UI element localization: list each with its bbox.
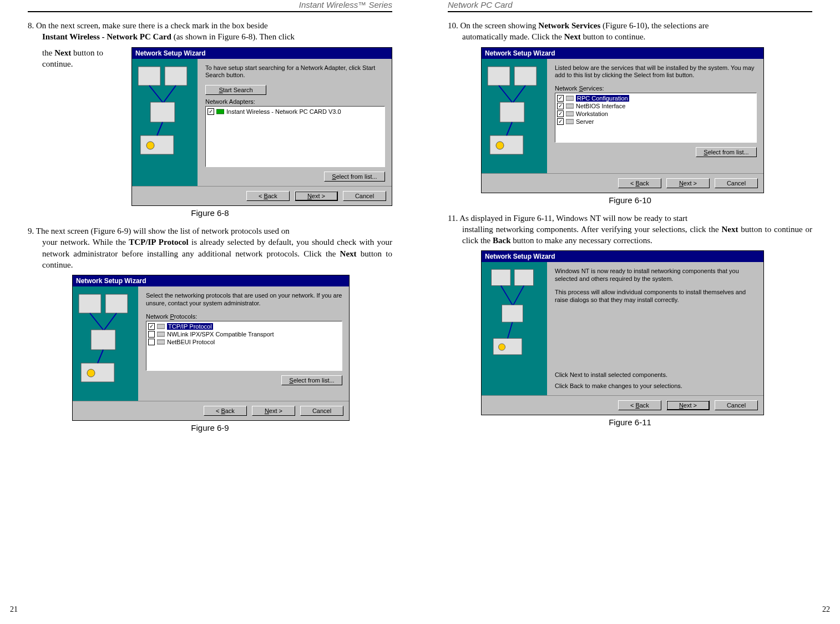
back-button-9[interactable]: < Back xyxy=(204,406,247,416)
svg-rect-26 xyxy=(493,339,522,355)
network-services-listbox[interactable]: ✓ RPC Configuration ✓ NetBIOS Interface … xyxy=(555,93,757,143)
network-adapters-label: Network Adapters: xyxy=(205,98,385,105)
dialog-side-illustration-11 xyxy=(482,262,547,395)
protocol-item-nwlink[interactable]: NWLink IPX/SPX Compatible Transport xyxy=(148,330,340,338)
step-10: 10. On the screen showing Network Servic… xyxy=(448,20,812,43)
step-10-mid: (Figure 6-10), the selections are xyxy=(600,21,709,30)
service-item-rpc[interactable]: ✓ RPC Configuration xyxy=(557,94,755,102)
protocol-label-0: TCP/IP Protocol xyxy=(167,323,213,330)
network-illustration-icon xyxy=(75,291,135,396)
network-adapters-listbox[interactable]: ✓ Instant Wireless - Network PC CARD V3.… xyxy=(205,106,385,167)
cancel-button-11[interactable]: Cancel xyxy=(715,400,758,410)
header-left: Instant Wireless™ Series xyxy=(28,0,392,12)
svg-rect-22 xyxy=(566,119,574,124)
checkbox-unchecked-icon[interactable] xyxy=(148,331,155,338)
svg-point-4 xyxy=(146,142,154,149)
svg-rect-5 xyxy=(216,109,224,114)
svg-rect-2 xyxy=(150,102,175,122)
service-icon xyxy=(566,110,574,117)
svg-point-27 xyxy=(499,344,505,350)
dialog-8-instruction: To have setup start searching for a Netw… xyxy=(205,64,385,80)
next-button-9[interactable]: Next > xyxy=(252,406,295,416)
protocol-icon xyxy=(157,331,165,338)
service-item-workstation[interactable]: ✓ Workstation xyxy=(557,110,755,118)
back-button-10[interactable]: < Back xyxy=(618,178,661,188)
svg-rect-9 xyxy=(81,363,114,382)
figure-6-8-caption: Figure 6-8 xyxy=(28,208,392,218)
step-11-number: 11. xyxy=(448,214,459,223)
adapter-list-item[interactable]: ✓ Instant Wireless - Network PC CARD V3.… xyxy=(208,108,383,115)
dialog-side-illustration-8 xyxy=(132,59,198,187)
step-8-side-b: Next xyxy=(54,48,71,57)
select-from-list-button-8[interactable]: Select from list... xyxy=(324,172,385,182)
cancel-button-9[interactable]: Cancel xyxy=(300,406,343,416)
protocol-icon xyxy=(157,339,165,345)
svg-rect-21 xyxy=(566,112,574,116)
adapter-icon xyxy=(216,108,224,115)
dialog-fig-6-10: Network Setup Wizard Listed below are th… xyxy=(481,47,764,193)
step-11-b: Next xyxy=(722,225,738,234)
svg-rect-20 xyxy=(566,104,574,108)
checkbox-checked-icon[interactable]: ✓ xyxy=(208,108,214,115)
svg-rect-11 xyxy=(157,324,165,329)
protocol-item-netbeui[interactable]: NetBEUI Protocol xyxy=(148,338,340,346)
svg-rect-24 xyxy=(514,269,534,285)
step-9-first: The next screen (Figure 6-9) will show t… xyxy=(36,227,290,235)
back-button-11[interactable]: < Back xyxy=(618,400,661,410)
dialog-11-text3: Click Next to install selected component… xyxy=(555,371,757,379)
service-icon xyxy=(566,95,574,102)
svg-point-10 xyxy=(87,369,95,377)
dialog-11-text4: Click Back to make changes to your selec… xyxy=(555,383,757,390)
service-item-server[interactable]: ✓ Server xyxy=(557,118,755,125)
back-button-8[interactable]: < Back xyxy=(246,191,290,201)
dialog-side-illustration-10 xyxy=(482,59,547,173)
service-icon xyxy=(566,103,574,109)
svg-rect-7 xyxy=(105,294,128,313)
service-label-2: Workstation xyxy=(576,110,608,117)
svg-rect-12 xyxy=(157,332,165,336)
protocol-item-tcpip[interactable]: ✓ TCP/IP Protocol xyxy=(148,323,340,330)
cancel-button-8[interactable]: Cancel xyxy=(343,191,386,201)
step-8-side-a: the xyxy=(42,48,54,57)
select-from-list-button-10[interactable]: Select from list... xyxy=(696,147,757,157)
next-button-11[interactable]: Next > xyxy=(666,400,710,410)
dialog-fig-6-8: Network Setup Wizard To have setup start… xyxy=(131,47,392,207)
network-protocols-listbox[interactable]: ✓ TCP/IP Protocol NWLink IPX/SPX Compati… xyxy=(146,321,342,371)
step-8-text-a: On the next screen, make sure there is a… xyxy=(36,21,268,30)
svg-rect-8 xyxy=(91,330,115,350)
dialog-side-illustration-9 xyxy=(73,286,138,401)
checkbox-checked-icon[interactable]: ✓ xyxy=(148,323,155,330)
checkbox-checked-icon[interactable]: ✓ xyxy=(557,95,564,102)
page-number-right: 22 xyxy=(822,605,830,614)
figure-6-9-caption: Figure 6-9 xyxy=(28,423,392,432)
step-9-a: your network. While the xyxy=(42,238,129,246)
dialog-fig-6-11: Network Setup Wizard Windows NT is now r… xyxy=(481,250,764,415)
service-label-3: Server xyxy=(576,118,594,125)
checkbox-unchecked-icon[interactable] xyxy=(148,339,155,345)
step-10-b1: Network Services xyxy=(538,21,600,30)
next-button-10[interactable]: Next > xyxy=(666,178,710,188)
page-right: Network PC Card 10. On the screen showin… xyxy=(420,0,840,624)
step-8-text-c: (as shown in Figure 6-8). Then click xyxy=(171,32,295,41)
adapter-item-label: Instant Wireless - Network PC CARD V3.0 xyxy=(226,108,341,115)
dialog-11-text1: Windows NT is now ready to install netwo… xyxy=(555,268,757,283)
checkbox-checked-icon[interactable]: ✓ xyxy=(557,103,564,109)
dialog-title-11: Network Setup Wizard xyxy=(482,251,763,262)
start-search-button[interactable]: Start Search xyxy=(205,85,266,95)
step-8-number: 8. xyxy=(28,21,36,30)
svg-rect-0 xyxy=(138,67,160,85)
network-services-label: Network Services: xyxy=(555,85,757,92)
network-illustration-icon xyxy=(135,63,195,169)
dialog-9-instruction: Select the networking protocols that are… xyxy=(146,292,342,308)
dialog-title-9: Network Setup Wizard xyxy=(73,275,349,286)
service-item-netbios[interactable]: ✓ NetBIOS Interface xyxy=(557,102,755,110)
step-9: 9. The next screen (Figure 6-9) will sho… xyxy=(28,225,392,270)
cancel-button-10[interactable]: Cancel xyxy=(715,178,758,188)
step-10-number: 10. xyxy=(448,21,461,30)
checkbox-checked-icon[interactable]: ✓ xyxy=(557,110,564,117)
checkbox-checked-icon[interactable]: ✓ xyxy=(557,118,564,125)
next-button-8[interactable]: Next > xyxy=(295,191,338,201)
select-from-list-button-9[interactable]: Select from list... xyxy=(281,375,342,385)
svg-rect-6 xyxy=(79,294,101,313)
header-right: Network PC Card xyxy=(448,0,812,12)
